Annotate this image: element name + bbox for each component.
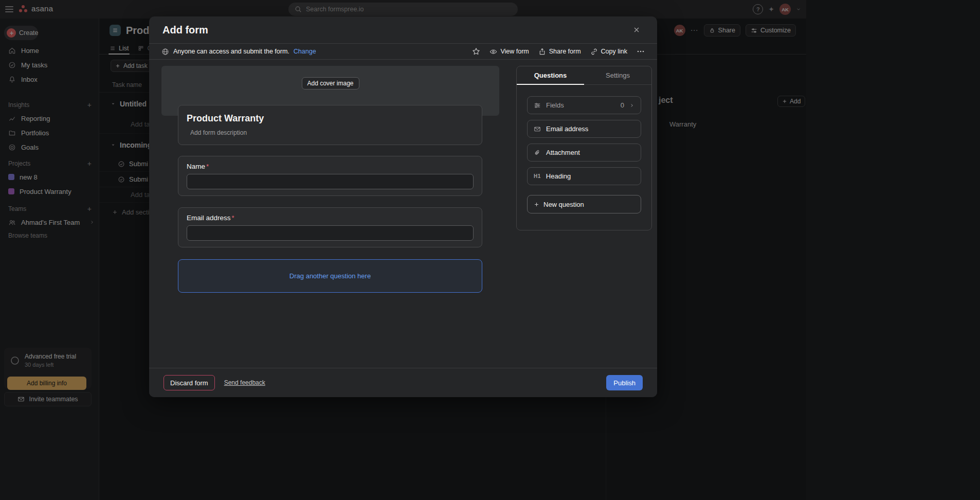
required-asterisk: * bbox=[232, 214, 234, 222]
copy-link-label: Copy link bbox=[601, 48, 627, 55]
question-label: Name bbox=[187, 163, 205, 171]
share-icon bbox=[538, 48, 546, 56]
close-icon[interactable] bbox=[629, 23, 644, 37]
form-title-card[interactable]: Product Warranty Add form description bbox=[178, 105, 482, 145]
field-type-label: Email address bbox=[546, 125, 588, 133]
eye-icon bbox=[489, 48, 497, 56]
modal-title: Add form bbox=[162, 24, 208, 36]
question-card-email[interactable]: Email address * bbox=[178, 207, 482, 247]
globe-icon bbox=[161, 48, 169, 56]
fields-label: Fields bbox=[546, 101, 564, 109]
publish-button[interactable]: Publish bbox=[606, 375, 643, 390]
change-access-link[interactable]: Change bbox=[294, 48, 316, 55]
question-dropzone[interactable]: Drag another question here bbox=[178, 259, 482, 293]
envelope-icon bbox=[534, 126, 541, 133]
name-question-input[interactable] bbox=[187, 174, 474, 189]
add-cover-image-button[interactable]: Add cover image bbox=[301, 77, 359, 90]
more-options-icon[interactable] bbox=[637, 47, 645, 56]
copy-link-button[interactable]: Copy link bbox=[590, 48, 627, 56]
modal-body: Add cover image Product Warranty Add for… bbox=[149, 60, 657, 368]
star-icon[interactable] bbox=[472, 47, 480, 56]
share-form-button[interactable]: Share form bbox=[538, 48, 581, 56]
field-type-email-address[interactable]: Email address bbox=[527, 120, 641, 138]
add-form-modal: Add form Anyone can access and submit th… bbox=[149, 16, 657, 397]
field-type-label: Attachment bbox=[546, 149, 580, 156]
field-type-label: Heading bbox=[546, 172, 571, 180]
paperclip-icon bbox=[534, 149, 541, 156]
fields-icon bbox=[534, 102, 541, 109]
fields-count: 0 bbox=[621, 101, 624, 109]
plus-icon bbox=[534, 202, 539, 207]
panel-tabs: Questions Settings bbox=[517, 66, 651, 85]
question-label: Email address bbox=[187, 214, 231, 222]
access-text: Anyone can access and submit the form. bbox=[173, 48, 289, 55]
field-type-attachment[interactable]: Attachment bbox=[527, 144, 641, 162]
required-asterisk: * bbox=[206, 163, 209, 171]
modal-header: Add form bbox=[149, 16, 657, 43]
tab-settings[interactable]: Settings bbox=[584, 66, 651, 84]
question-card-name[interactable]: Name * bbox=[178, 156, 482, 196]
view-form-label: View form bbox=[500, 48, 529, 55]
new-question-button[interactable]: New question bbox=[527, 195, 641, 213]
tab-questions[interactable]: Questions bbox=[517, 66, 584, 84]
new-question-label: New question bbox=[543, 201, 584, 208]
form-preview: Add cover image Product Warranty Add for… bbox=[161, 66, 499, 347]
chevron-right-icon bbox=[629, 103, 634, 108]
form-description-placeholder[interactable]: Add form description bbox=[187, 129, 474, 136]
email-question-input[interactable] bbox=[187, 225, 474, 241]
fields-row[interactable]: Fields 0 bbox=[527, 96, 641, 114]
heading-icon: H1 bbox=[534, 173, 541, 179]
share-form-label: Share form bbox=[549, 48, 581, 55]
modal-footer: Discard form Send feedback Publish bbox=[149, 368, 657, 397]
access-bar: Anyone can access and submit the form. C… bbox=[149, 43, 657, 60]
questions-panel: Questions Settings Fields 0 bbox=[516, 66, 652, 230]
form-title[interactable]: Product Warranty bbox=[187, 112, 474, 124]
field-type-heading[interactable]: H1 Heading bbox=[527, 167, 641, 185]
discard-form-button[interactable]: Discard form bbox=[164, 375, 215, 390]
view-form-button[interactable]: View form bbox=[489, 48, 529, 56]
link-icon bbox=[590, 48, 598, 56]
send-feedback-link[interactable]: Send feedback bbox=[224, 379, 265, 386]
